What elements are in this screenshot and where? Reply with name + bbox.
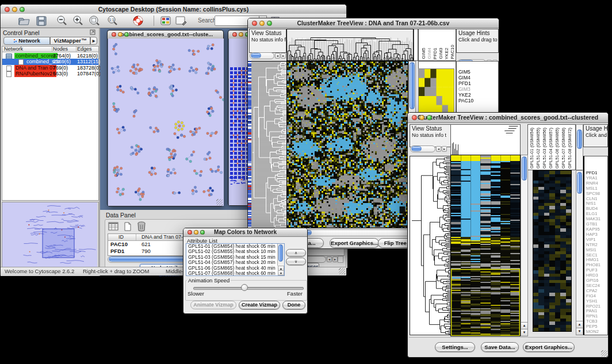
speed-slider-track[interactable] <box>193 287 304 290</box>
done-button[interactable]: Done <box>282 301 305 309</box>
tv1-column-dendrogram[interactable] <box>287 29 413 60</box>
zoom-fit-icon[interactable] <box>88 15 101 26</box>
faster-label: Faster <box>287 290 303 297</box>
node-count: 2764(0) <box>53 53 71 59</box>
network-table: Network Nodes Edges combined_scores2764(… <box>2 46 99 201</box>
tab-network[interactable]: Network <box>3 37 50 45</box>
close-button[interactable] <box>412 115 417 120</box>
tv1-row-label: GIM5 <box>458 69 498 75</box>
open-file-icon[interactable] <box>18 15 30 26</box>
list-scrollbar-thumb[interactable] <box>278 244 283 262</box>
tv2-zoom-vscrollbar[interactable]: ▲▼ <box>576 170 583 335</box>
tv2-title-bar[interactable]: ClusterMaker TreeView : combined_scores_… <box>408 113 608 123</box>
tv2-heatmap[interactable] <box>451 155 520 336</box>
tv2-zoom-heatmap[interactable] <box>533 171 571 331</box>
node-count: 769(0) <box>53 65 68 71</box>
animate-vizmap-button[interactable]: Animate Vizmap <box>190 301 236 309</box>
edge-count: 16218(0) <box>77 53 98 59</box>
map-colors-dialog: Map Colors to Network Attribute List GPL… <box>183 228 308 314</box>
folder-icon <box>6 53 12 59</box>
network-list-row[interactable]: combined_sco2569(6)13112(15) <box>2 59 98 65</box>
minimize-button[interactable] <box>419 115 424 120</box>
dialog-title-bar[interactable]: Map Colors to Network <box>183 228 307 237</box>
network-table-header[interactable]: Network Nodes Edges <box>2 47 98 52</box>
minimize-button[interactable] <box>239 32 243 37</box>
tab-vizmapper[interactable]: VizMapper™ <box>50 37 90 45</box>
network-list-row[interactable]: RNAPuberNov2+563(0)107847(0) <box>2 71 98 77</box>
tv2-heatmap-vscrollbar[interactable]: ▲▼ <box>521 155 528 336</box>
tv1-heatmap[interactable] <box>287 62 408 228</box>
minimize-button[interactable] <box>12 7 17 12</box>
move-down-button[interactable]: ∨ <box>286 258 306 265</box>
close-button[interactable] <box>232 32 237 37</box>
status-hint-middle: Middle- <box>166 267 183 275</box>
network-graph-canvas[interactable] <box>108 39 224 206</box>
close-button[interactable] <box>252 21 257 26</box>
close-button[interactable] <box>188 230 192 235</box>
animation-speed-label: Animation Speed <box>187 277 231 283</box>
tv2-export-graphics-button[interactable]: Export Graphics... <box>523 342 575 352</box>
move-up-button[interactable]: ∧ <box>286 249 306 256</box>
zoom-button[interactable] <box>20 7 25 12</box>
tab-overflow[interactable]: ▶ <box>90 37 97 45</box>
file-icon <box>6 71 12 77</box>
edge-count: 107847(0) <box>77 71 101 77</box>
float-panel-icon[interactable] <box>90 29 95 35</box>
tv1-export-graphics-button[interactable]: Export Graphics... <box>330 238 379 248</box>
file-icon <box>6 66 12 71</box>
zoom-button[interactable] <box>124 32 129 37</box>
tv1-row-label: YKE2 <box>458 92 498 98</box>
tv2-settings-button[interactable]: Settings... <box>435 342 475 352</box>
list-scroll-down[interactable]: ▼ <box>278 270 284 275</box>
edge-count: 183728(0) <box>77 65 101 71</box>
speed-slider-thumb[interactable] <box>241 284 248 291</box>
network-name: DNA and Tran 07 <box>14 65 56 71</box>
network-list-row[interactable]: DNA and Tran 07769(0)183728(0) <box>2 65 98 71</box>
annotation-icon[interactable] <box>174 15 187 26</box>
tv2-column-label: GPL51-04 (GSM857) <box>548 128 553 168</box>
close-button[interactable] <box>5 7 10 12</box>
network-list-row[interactable]: combined_scores2764(0)16218(0) <box>2 53 98 59</box>
svg-text:1:1: 1:1 <box>109 18 114 22</box>
resize-grip[interactable] <box>339 268 345 274</box>
tv2-row-dendrogram[interactable] <box>410 156 450 335</box>
network-overview[interactable] <box>2 202 99 269</box>
create-vizmap-button[interactable]: Create Vizmap <box>239 301 280 309</box>
zoom-selected-icon[interactable]: 1:1 <box>106 15 119 26</box>
tv2-labels-vscrollbar[interactable] <box>576 124 583 170</box>
close-button[interactable] <box>112 32 116 37</box>
main-title-bar[interactable]: Cytoscape Desktop (Session Name: collins… <box>1 5 346 14</box>
resize-grip[interactable] <box>601 350 607 357</box>
tv2-save-data-button[interactable]: Save Data... <box>481 342 519 352</box>
attribute-list-item[interactable]: GPL51-07 (GSM868) heat shock 60 min <box>186 271 284 276</box>
minimize-button[interactable] <box>259 21 265 26</box>
tv1-status-scrollbar[interactable]: ◂▸ <box>250 52 286 59</box>
new-attribute-icon[interactable] <box>123 221 133 232</box>
tv2-status-scrollbar[interactable]: ◂▸ <box>410 145 447 152</box>
tv1-column-label: GIM5 <box>421 48 426 59</box>
tv1-column-labels: GIM5GIM4PFD1GIM3YKE2PAC10 <box>418 29 456 61</box>
col-id[interactable]: ID <box>118 234 124 240</box>
zoom-button[interactable] <box>200 230 205 235</box>
save-icon[interactable] <box>35 15 48 26</box>
tv1-row-dendrogram[interactable] <box>251 62 286 228</box>
delete-attribute-icon[interactable] <box>136 221 147 232</box>
zoom-button[interactable] <box>267 21 272 26</box>
minimize-button[interactable] <box>118 32 123 37</box>
tv1-title-bar[interactable]: ClusterMaker TreeView : DNA and Tran 07-… <box>248 18 499 28</box>
row-id: PFD1 <box>110 248 124 255</box>
vizmap-icon[interactable] <box>159 15 172 26</box>
minimize-button[interactable] <box>194 230 198 235</box>
control-panel: Control Panel Network VizMapper™ ▶ Netwo… <box>1 28 100 276</box>
resize-grip[interactable] <box>216 199 223 205</box>
attribute-select-icon[interactable] <box>108 221 119 232</box>
tv1-column-label: PAC10 <box>450 45 455 59</box>
zoom-button[interactable] <box>427 115 432 120</box>
window-controls <box>5 7 25 12</box>
tv2-usage-hints: Usage Hi Click and <box>583 124 608 147</box>
tv1-view-status: View Status No status info f <box>249 29 286 53</box>
help-lifering-icon[interactable] <box>132 15 144 26</box>
zoom-out-icon[interactable] <box>56 15 68 26</box>
attribute-list[interactable]: GPL51-01 (GSM854) heat shock 05 minGPL51… <box>186 243 285 276</box>
zoom-in-icon[interactable] <box>72 15 85 26</box>
